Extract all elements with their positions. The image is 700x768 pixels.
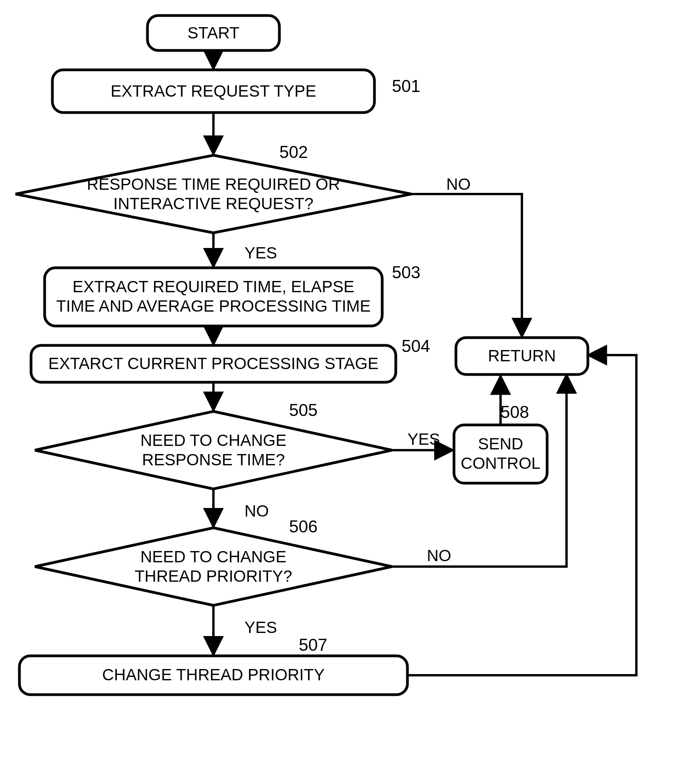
edge-506-yes-text: YES <box>244 618 277 636</box>
label-506: 506 <box>289 517 317 536</box>
node-506 <box>35 528 392 605</box>
node-508-line2: CONTROL <box>461 454 540 472</box>
node-505-line1: NEED TO CHANGE <box>140 431 287 449</box>
node-503-line1: EXTRACT REQUIRED TIME, ELAPSE <box>73 277 355 296</box>
edge-502-no <box>411 194 522 337</box>
node-505 <box>35 411 392 489</box>
edge-505-yes-text: YES <box>407 430 440 448</box>
node-502-line1: RESPONSE TIME REQUIRED OR <box>87 175 340 193</box>
label-505: 505 <box>289 400 317 420</box>
node-506-line1: NEED TO CHANGE <box>140 548 287 566</box>
label-507: 507 <box>299 635 327 654</box>
edge-502-yes-text: YES <box>244 244 277 262</box>
node-502-line2: INTERACTIVE REQUEST? <box>113 194 314 213</box>
node-507-text: CHANGE THREAD PRIORITY <box>102 666 324 684</box>
edge-506-no-text: NO <box>427 546 451 565</box>
label-503: 503 <box>392 263 420 282</box>
node-504-text: EXTARCT CURRENT PROCESSING STAGE <box>48 354 378 373</box>
label-501: 501 <box>392 76 420 95</box>
flowchart: START EXTRACT REQUEST TYPE 501 RESPONSE … <box>0 0 700 768</box>
node-505-line2: RESPONSE TIME? <box>142 451 285 469</box>
edge-505-no-text: NO <box>244 502 269 520</box>
return-text: RETURN <box>488 347 556 365</box>
start-text: START <box>187 24 239 42</box>
label-508: 508 <box>501 402 529 421</box>
node-503-line2: TIME AND AVERAGE PROCESSING TIME <box>56 297 371 315</box>
node-501-text: EXTRACT REQUEST TYPE <box>111 82 316 100</box>
edge-502-no-text: NO <box>446 175 471 193</box>
node-508-line1: SEND <box>478 435 523 453</box>
label-504: 504 <box>402 336 430 355</box>
label-502: 502 <box>279 142 308 161</box>
node-502 <box>16 155 411 233</box>
node-506-line2: THREAD PRIORITY? <box>135 567 292 585</box>
